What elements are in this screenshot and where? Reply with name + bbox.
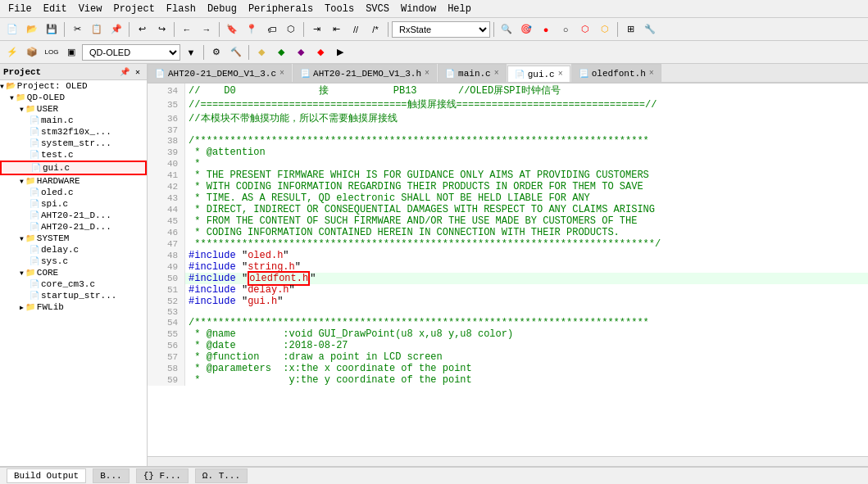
nav-fwd-btn[interactable]: → — [198, 20, 216, 38]
tb2-btn1[interactable]: ⚡ — [3, 43, 21, 61]
menu-peripherals[interactable]: Peripherals — [243, 2, 318, 16]
line-content-39[interactable]: * @attention — [185, 147, 868, 158]
line-content-36[interactable]: //本模块不带触摸功能，所以不需要触摸屏接线 — [185, 111, 868, 125]
code-area[interactable]: 34// D0 接 PB13 //OLED屏SPI时钟信号35//=======… — [148, 84, 868, 456]
tb2-settings-btn[interactable]: ⚙ — [207, 43, 225, 61]
tab-1[interactable]: 📃AHT20-21_DEMO_V1_3.h× — [293, 64, 437, 82]
bookmark4-btn[interactable]: ⬡ — [282, 20, 300, 38]
indent-btn[interactable]: ⇥ — [307, 20, 325, 38]
menu-flash[interactable]: Flash — [161, 2, 201, 16]
tab-close-1[interactable]: × — [425, 69, 429, 78]
line-content-43[interactable]: * TIME. AS A RESULT, QD electronic SHALL… — [185, 192, 868, 204]
bookmark2-btn[interactable]: 📍 — [243, 20, 261, 38]
line-content-53[interactable] — [185, 307, 868, 317]
line-content-55[interactable]: * @name :void GUI_DrawPoint(u8 x,u8 y,u8… — [185, 328, 868, 340]
line-content-37[interactable] — [185, 125, 868, 135]
tab-close-4[interactable]: × — [649, 69, 654, 78]
open-btn[interactable]: 📂 — [23, 20, 41, 38]
tree-item-gui-c[interactable]: 📄gui.c — [0, 161, 147, 175]
menu-project[interactable]: Project — [108, 2, 159, 16]
line-content-59[interactable]: * y:the y coordinate of the point — [185, 374, 868, 386]
target-combo[interactable]: QD-OLED — [82, 44, 180, 61]
tree-item-system[interactable]: ▼📁SYSTEM — [0, 233, 147, 244]
tb2-btn4[interactable]: ▣ — [62, 43, 80, 61]
tab-close-0[interactable]: × — [279, 69, 284, 78]
line-content-48[interactable]: #include "oled.h" — [185, 250, 868, 261]
view-btn[interactable]: ⊞ — [621, 20, 639, 38]
build-tab-2[interactable]: {} F... — [136, 468, 189, 483]
tree-item-core[interactable]: ▼📁CORE — [0, 267, 147, 278]
tb2-purple-btn[interactable]: ◆ — [292, 43, 310, 61]
bookmark-btn[interactable]: 🔖 — [223, 20, 241, 38]
undo-btn[interactable]: ↩ — [133, 20, 151, 38]
tree-item-aht20-1[interactable]: 📄AHT20-21_D... — [0, 210, 147, 221]
tree-item-stm32f10x[interactable]: 📄stm32f10x_... — [0, 126, 147, 138]
line-content-58[interactable]: * @parameters :x:the x coordinate of the… — [185, 363, 868, 374]
tb2-btn3[interactable]: LOG — [43, 43, 61, 61]
tree-item-main-c[interactable]: 📄main.c — [0, 115, 147, 126]
tree-item-oled-c[interactable]: 📄oled.c — [0, 187, 147, 198]
horizontal-scrollbar[interactable] — [148, 456, 868, 466]
line-content-56[interactable]: * @date :2018-08-27 — [185, 340, 868, 351]
expand-icon-core[interactable]: ▼ — [20, 269, 24, 277]
tab-3[interactable]: 📄gui.c× — [507, 66, 570, 84]
expand-icon-hardware[interactable]: ▼ — [20, 178, 24, 185]
rx-state-combo[interactable]: RxState — [392, 21, 490, 38]
line-content-54[interactable]: /***************************************… — [185, 317, 868, 328]
line-content-44[interactable]: * DIRECT, INDIRECT OR CONSEQUENTIAL DAMA… — [185, 204, 868, 215]
tree-item-user[interactable]: ▼📁USER — [0, 103, 147, 115]
tree-item-aht20-2[interactable]: 📄AHT20-21_D... — [0, 221, 147, 233]
line-content-52[interactable]: #include "gui.h" — [185, 296, 868, 307]
halt-btn[interactable]: ⬡ — [576, 20, 594, 38]
target-btn[interactable]: 🎯 — [517, 20, 535, 38]
line-content-35[interactable]: //===================================触摸屏… — [185, 97, 868, 111]
tab-close-3[interactable]: × — [558, 70, 563, 79]
tree-item-core-cm3[interactable]: 📄core_cm3.c — [0, 278, 147, 290]
expand-icon-qd-oled[interactable]: ▼ — [10, 94, 14, 102]
tree-item-qd-oled[interactable]: ▼📁QD-OLED — [0, 92, 147, 103]
expand-icon-project-oled[interactable]: ▼ — [0, 83, 4, 90]
copy-btn[interactable]: 📋 — [88, 20, 106, 38]
line-content-34[interactable]: // D0 接 PB13 //OLED屏SPI时钟信号 — [185, 84, 868, 97]
tree-item-spi-c[interactable]: 📄spi.c — [0, 198, 147, 210]
uncomment-btn[interactable]: /* — [366, 20, 384, 38]
menu-edit[interactable]: Edit — [39, 2, 72, 16]
nav-back-btn[interactable]: ← — [178, 20, 196, 38]
run-btn[interactable]: ● — [537, 20, 555, 38]
line-content-42[interactable]: * WITH CODING INFORMATION REGARDING THEI… — [185, 181, 868, 192]
unindent-btn[interactable]: ⇤ — [327, 20, 345, 38]
tree-item-hardware[interactable]: ▼📁HARDWARE — [0, 175, 147, 187]
line-content-45[interactable]: * FROM THE CONTENT OF SUCH FIRMWARE AND/… — [185, 215, 868, 227]
menu-view[interactable]: View — [74, 2, 107, 16]
find-btn[interactable]: 🔍 — [498, 20, 516, 38]
line-content-41[interactable]: * THE PRESENT FIRMWARE WHICH IS FOR GUID… — [185, 170, 868, 181]
stop-btn[interactable]: ○ — [557, 20, 575, 38]
expand-icon-user[interactable]: ▼ — [20, 106, 24, 113]
cut-btn[interactable]: ✂ — [68, 20, 86, 38]
expand-icon-system[interactable]: ▼ — [20, 235, 24, 242]
menu-debug[interactable]: Debug — [202, 2, 242, 16]
tree-item-sys-c[interactable]: 📄sys.c — [0, 256, 147, 267]
menu-svcs[interactable]: SVCS — [361, 2, 394, 16]
tab-2[interactable]: 📄main.c× — [438, 64, 507, 82]
line-content-50[interactable]: #include "oledfont.h" — [185, 273, 868, 284]
save-btn[interactable]: 💾 — [43, 20, 61, 38]
comment-btn[interactable]: // — [347, 20, 365, 38]
tb2-btn2[interactable]: 📦 — [23, 43, 41, 61]
menu-help[interactable]: Help — [443, 2, 476, 16]
panel-pin-icon[interactable]: 📌 — [119, 66, 130, 78]
tab-close-2[interactable]: × — [494, 69, 499, 78]
bookmark3-btn[interactable]: 🏷 — [262, 20, 280, 38]
tree-item-startup-str[interactable]: 📄startup_str... — [0, 290, 147, 301]
line-content-40[interactable]: * — [185, 158, 868, 170]
tb2-green-btn[interactable]: ◆ — [272, 43, 290, 61]
extra-btn[interactable]: 🔧 — [641, 20, 659, 38]
tree-item-project-oled[interactable]: ▼📂Project: OLED — [0, 80, 147, 92]
menu-tools[interactable]: Tools — [320, 2, 359, 16]
menu-file[interactable]: File — [3, 2, 37, 16]
tree-item-test-c[interactable]: 📄test.c — [0, 149, 147, 161]
build-tab-1[interactable]: B... — [93, 468, 129, 483]
panel-close-icon[interactable]: ✕ — [132, 66, 143, 78]
line-content-51[interactable]: #include "delay.h" — [185, 284, 868, 296]
menu-window[interactable]: Window — [396, 2, 441, 16]
